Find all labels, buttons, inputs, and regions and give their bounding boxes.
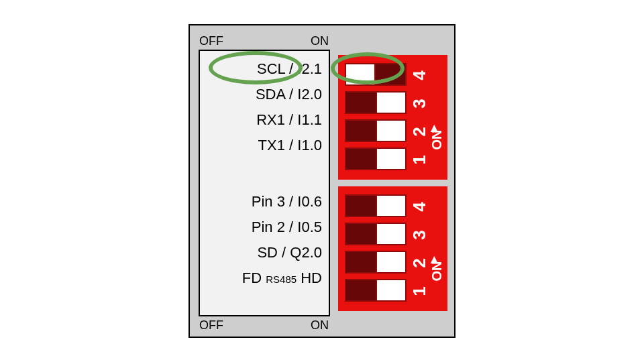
signal-row-tx1: TX1 / I1.0 — [258, 137, 322, 154]
label-on-top: ON — [311, 34, 329, 48]
signal-row-rx1: RX1 / I1.1 — [256, 111, 322, 129]
rs485-mid: RS485 — [266, 274, 297, 285]
label-off-top: OFF — [199, 34, 223, 48]
dip-bot-on-label: ON — [429, 261, 445, 282]
label-on-bottom: ON — [311, 318, 329, 333]
dip-bot-num-1: 1 — [409, 283, 430, 300]
dip-block-top: 4 3 2 1 ▸ ON — [338, 55, 447, 180]
dip-bot-switch-2[interactable] — [345, 251, 407, 274]
signal-row-rs485: FD RS485 HD — [242, 269, 322, 287]
dip-top-switch-3[interactable] — [345, 91, 407, 114]
label-off-bottom: OFF — [199, 318, 223, 333]
signal-row-pin2: Pin 2 / I0.5 — [252, 219, 322, 236]
signal-row-pin3: Pin 3 / I0.6 — [252, 193, 322, 210]
dip-top-switch-2[interactable] — [345, 119, 407, 142]
dip-bot-switch-3[interactable] — [345, 223, 407, 245]
signal-row-sd: SD / Q2.0 — [257, 244, 322, 261]
dip-top-num-4: 4 — [409, 67, 430, 84]
dip-block-bottom: 4 3 2 1 ▸ ON — [338, 186, 447, 311]
dip-top-switch-4[interactable] — [345, 63, 407, 86]
signal-row-sda: SDA / I2.0 — [256, 86, 322, 103]
dip-top-on-label: ON — [429, 130, 445, 150]
rs485-hd: HD — [297, 269, 322, 286]
rs485-fd: FD — [242, 269, 266, 286]
signal-row-scl: SCL / I2.1 — [257, 60, 322, 78]
config-panel: OFF ON OFF ON SCL / I2.1 SDA / I2.0 RX1 … — [189, 24, 455, 338]
dip-top-switch-1[interactable] — [345, 147, 407, 170]
dip-bot-num-3: 3 — [409, 227, 430, 244]
signal-label-box: SCL / I2.1 SDA / I2.0 RX1 / I1.1 TX1 / I… — [199, 50, 330, 316]
dip-bot-num-4: 4 — [409, 198, 430, 216]
dip-bot-switch-1[interactable] — [345, 279, 407, 302]
dip-bot-switch-4[interactable] — [345, 194, 407, 217]
dip-top-num-3: 3 — [409, 95, 430, 113]
dip-top-num-1: 1 — [409, 152, 430, 169]
